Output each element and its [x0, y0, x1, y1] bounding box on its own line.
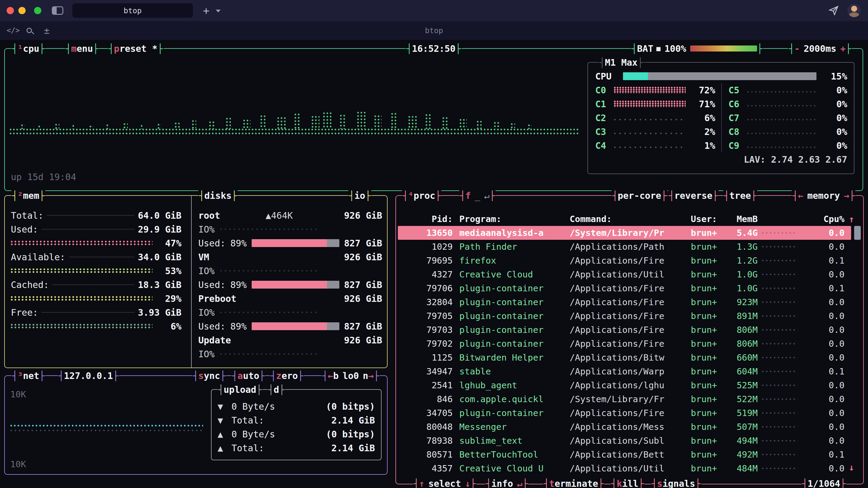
battery-indicator: BAT■100% — [631, 41, 763, 56]
process-cpu: 0.1 — [803, 255, 851, 266]
disk-name: Update — [198, 335, 231, 346]
mem-stat-list: Used: 29.9 GiB 47% Available: 34.0 G — [11, 222, 181, 333]
net-stat-value: 2.14 GiB — [332, 443, 375, 453]
process-row[interactable]: 13650 mediaanalysisd-a /System/Library/P… — [398, 226, 851, 240]
disk-used-size: 827 GiB — [344, 238, 382, 249]
select-control[interactable]: ↑select↓ — [413, 476, 476, 488]
net-zero-button[interactable]: zero — [270, 368, 304, 383]
interval-decrease-button[interactable]: - — [794, 43, 800, 54]
scroll-up-icon[interactable]: ↑ — [849, 214, 854, 224]
process-row[interactable]: 78938 sublime_text /Applications/Subl br… — [398, 434, 851, 448]
minimize-button[interactable] — [19, 7, 26, 14]
iface-prev-icon[interactable]: ← — [328, 370, 333, 381]
process-cpu: 0.0 — [803, 380, 851, 390]
net-interface-switcher[interactable]: ←blo0n→ — [321, 368, 380, 383]
process-row[interactable]: 1029 Path Finder /Applications/Path brun… — [398, 240, 851, 254]
process-program: plugin-container — [459, 311, 569, 321]
disk-size: 926 GiB — [344, 335, 382, 346]
sort-next-icon[interactable]: → — [844, 190, 849, 201]
process-command: /Applications/Fire — [569, 297, 691, 307]
process-user: brun+ — [691, 366, 727, 377]
process-memory: 604M — [727, 366, 758, 377]
proc-filter-button[interactable]: f_↵ — [459, 188, 495, 203]
reverse-toggle[interactable]: reverse — [668, 188, 718, 203]
iface-next-icon[interactable]: → — [368, 370, 374, 381]
process-row[interactable]: 79706 plugin-container /Applications/Fir… — [398, 281, 851, 295]
clock: 16:52:50 — [406, 41, 462, 56]
header-command[interactable]: Command: — [569, 214, 691, 224]
header-cpu[interactable]: Cpu% — [803, 214, 851, 224]
process-row[interactable]: 80048 Messenger /Applications/Mess brun+… — [398, 420, 851, 434]
process-command: /Applications/Fire — [569, 311, 691, 321]
interval-increase-button[interactable]: + — [840, 43, 846, 54]
process-pid: 1125 — [401, 352, 453, 363]
process-memory: 660M — [727, 352, 758, 363]
header-pid[interactable]: Pid: — [401, 214, 453, 224]
process-row[interactable]: 34947 stable /Applications/Warp brun+ 60… — [398, 364, 851, 378]
disk-io-row: IO% — [198, 305, 382, 319]
sort-prev-icon[interactable]: ← — [798, 190, 803, 201]
process-row[interactable]: 846 com.apple.quickl /System/Library/Fr … — [398, 392, 851, 406]
process-row[interactable]: 79702 plugin-container /Applications/Fir… — [398, 337, 851, 351]
cpu-core-panel: M1 Max CPU 15% — [587, 62, 855, 174]
cpu-graph-spike — [277, 117, 286, 129]
process-scrollbar-thumb[interactable] — [854, 226, 861, 240]
net-sync-button[interactable]: sync — [192, 368, 226, 383]
process-row[interactable]: 79705 plugin-container /Applications/Fir… — [398, 309, 851, 323]
select-down-icon[interactable]: ↓ — [465, 478, 470, 488]
cpu-graph-spike — [90, 125, 93, 129]
cpu-graph-spike — [158, 124, 161, 129]
preset-button[interactable]: preset * — [108, 41, 164, 56]
process-row[interactable]: 4327 Creative Cloud /Applications/Util b… — [398, 267, 851, 281]
new-tab-button[interactable]: + — [199, 3, 213, 18]
process-user: brun+ — [691, 338, 727, 349]
header-user[interactable]: User: — [691, 214, 727, 224]
process-row[interactable]: 32804 plugin-container /Applications/Fir… — [398, 295, 851, 309]
process-command: /Applications/Warp — [569, 366, 691, 377]
avatar[interactable] — [847, 4, 861, 17]
process-row[interactable]: 34705 plugin-container /Applications/Fir… — [398, 406, 851, 420]
scroll-down-icon[interactable]: ↓ — [849, 462, 854, 473]
process-command: /Applications/Fire — [569, 283, 691, 293]
fullscreen-button[interactable] — [34, 7, 41, 14]
io-toggle-button[interactable]: io — [348, 188, 371, 203]
process-row[interactable]: 2541 lghub_agent /Applications/lghu brun… — [398, 378, 851, 392]
menu-button[interactable]: menu — [65, 41, 99, 56]
per-core-toggle[interactable]: per-core — [612, 188, 667, 203]
close-button[interactable] — [7, 7, 14, 14]
sort-column-selector[interactable]: ←memory→ — [792, 188, 855, 203]
process-program: plugin-container — [459, 325, 569, 335]
terminate-button[interactable]: terminate — [543, 476, 604, 488]
process-row[interactable]: 79695 firefox /Applications/Fire brun+ 1… — [398, 254, 851, 267]
process-row[interactable]: 1125 Bitwarden Helper /Applications/Bitw… — [398, 351, 851, 364]
info-button[interactable]: info↵ — [485, 476, 528, 488]
process-pid: 13650 — [401, 228, 453, 238]
process-row[interactable]: 79703 plugin-container /Applications/Fir… — [398, 323, 851, 337]
terminal-toolbar: </> ± btop — [0, 21, 868, 40]
disk-size: 926 GiB — [344, 293, 382, 304]
process-table: 13650 mediaanalysisd-a /System/Library/P… — [398, 226, 851, 475]
net-auto-button[interactable]: auto — [231, 368, 265, 383]
header-memory[interactable]: MemB — [727, 214, 758, 224]
process-row[interactable]: 80571 BetterTouchTool /Applications/Bett… — [398, 448, 851, 461]
filter-cursor: _ — [475, 190, 480, 201]
tab-btop[interactable]: btop — [72, 3, 193, 18]
screen: btop + </> ± btop ¹cpu menu — [0, 0, 868, 488]
sidebar-toggle-icon[interactable] — [52, 6, 63, 15]
header-program[interactable]: Program: — [459, 214, 569, 224]
process-row[interactable]: 4357 Creative Cloud U /Applications/Util… — [398, 461, 851, 475]
core-percent: 0% — [822, 140, 847, 151]
leader-line — [53, 284, 134, 285]
signals-button[interactable]: signals — [651, 476, 701, 488]
btop-terminal: ¹cpu menu preset * 16:52:50 BAT■100% - 2… — [0, 40, 868, 488]
share-icon[interactable] — [828, 5, 839, 16]
kill-button[interactable]: kill — [611, 476, 644, 488]
mem-stat-meter-row: 6% — [11, 319, 181, 333]
core-label: C2 — [595, 113, 614, 123]
select-up-icon[interactable]: ↑ — [419, 478, 424, 488]
window-titlebar: btop + — [0, 0, 868, 21]
tree-toggle[interactable]: tree — [723, 188, 757, 203]
process-command: /Applications/Mess — [569, 422, 691, 432]
net-d-key-button[interactable]: d — [268, 382, 285, 397]
tab-dropdown-chevron-icon[interactable] — [216, 10, 221, 12]
